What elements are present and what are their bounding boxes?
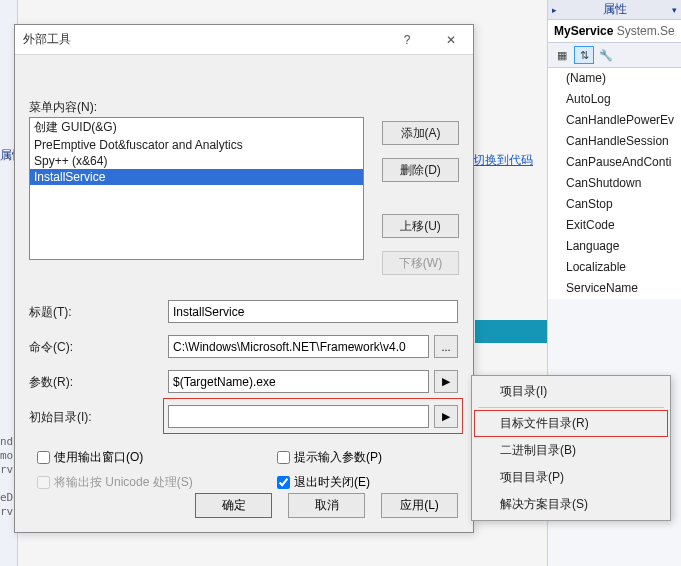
apply-button[interactable]: 应用(L) xyxy=(381,493,458,518)
ctx-item-binary-dir[interactable]: 二进制目录(B) xyxy=(474,437,668,464)
command-label: 命令(C): xyxy=(29,339,73,356)
prop-row[interactable]: Localizable xyxy=(548,257,681,278)
initdir-menu-button[interactable]: ▶ xyxy=(434,405,458,428)
help-button[interactable]: ? xyxy=(385,25,429,55)
switch-to-code-link[interactable]: 切换到代码 xyxy=(473,152,533,169)
categorized-icon[interactable]: ▦ xyxy=(552,46,572,64)
close-button[interactable]: ✕ xyxy=(429,25,473,55)
delete-button[interactable]: 删除(D) xyxy=(382,158,459,182)
close-on-exit-checkbox[interactable]: 退出时关闭(E) xyxy=(277,474,370,491)
args-menu-button[interactable]: ▶ xyxy=(434,370,458,393)
ok-button[interactable]: 确定 xyxy=(195,493,272,518)
add-button[interactable]: 添加(A) xyxy=(382,121,459,145)
events-icon[interactable]: 🔧 xyxy=(596,46,616,64)
prop-row[interactable]: ExitCode xyxy=(548,215,681,236)
initial-directory-label: 初始目录(I): xyxy=(29,409,92,426)
arguments-field[interactable] xyxy=(168,370,429,393)
browse-command-button[interactable]: ... xyxy=(434,335,458,358)
properties-object[interactable]: MyService System.Se xyxy=(548,20,681,43)
prop-row[interactable]: ServiceName xyxy=(548,278,681,299)
command-field[interactable] xyxy=(168,335,429,358)
menu-contents-listbox[interactable]: 创建 GUID(&G) PreEmptive Dot&fuscator and … xyxy=(29,117,364,260)
move-down-button: 下移(W) xyxy=(382,251,459,275)
ctx-item-solution-dir[interactable]: 解决方案目录(S) xyxy=(474,491,668,518)
prop-row[interactable]: (Name) xyxy=(548,68,681,89)
dialog-title: 外部工具 xyxy=(23,31,385,48)
directory-context-menu: 项目录(I) 目标文件目录(R) 二进制目录(B) 项目目录(P) 解决方案目录… xyxy=(471,375,671,521)
properties-header: ▸ 属性 ▾ xyxy=(548,0,681,20)
prop-row[interactable]: CanHandlePowerEv xyxy=(548,110,681,131)
unicode-output-checkbox: 将输出按 Unicode 处理(S) xyxy=(37,474,193,491)
prop-row[interactable]: CanPauseAndConti xyxy=(548,152,681,173)
list-item[interactable]: PreEmptive Dot&fuscator and Analytics xyxy=(30,137,363,153)
title-field[interactable] xyxy=(168,300,458,323)
external-tools-dialog: 外部工具 ? ✕ 菜单内容(N): 创建 GUID(&G) PreEmptive… xyxy=(14,24,474,533)
dropdown-icon[interactable]: ▾ xyxy=(672,5,677,15)
properties-toolbar: ▦ ⇅ 🔧 xyxy=(548,43,681,68)
alphabetical-icon[interactable]: ⇅ xyxy=(574,46,594,64)
dialog-titlebar[interactable]: 外部工具 ? ✕ xyxy=(15,25,473,55)
ctx-item-project-dir[interactable]: 项目录(I) xyxy=(474,378,668,405)
prop-row[interactable]: Language xyxy=(548,236,681,257)
menu-contents-label: 菜单内容(N): xyxy=(29,99,97,116)
prop-row[interactable]: CanHandleSession xyxy=(548,131,681,152)
ctx-item-target-dir[interactable]: 目标文件目录(R) xyxy=(474,410,668,437)
use-output-window-checkbox[interactable]: 使用输出窗口(O) xyxy=(37,449,143,466)
menu-separator xyxy=(478,407,664,408)
arguments-label: 参数(R): xyxy=(29,374,73,391)
prompt-for-arguments-checkbox[interactable]: 提示输入参数(P) xyxy=(277,449,382,466)
properties-grid[interactable]: (Name) AutoLog CanHandlePowerEv CanHandl… xyxy=(548,68,681,299)
prop-row[interactable]: CanStop xyxy=(548,194,681,215)
prop-row[interactable]: CanShutdown xyxy=(548,173,681,194)
properties-title: 属性 xyxy=(603,1,627,18)
arrow-icon[interactable]: ▸ xyxy=(552,5,557,15)
prop-row[interactable]: AutoLog xyxy=(548,89,681,110)
title-label: 标题(T): xyxy=(29,304,72,321)
list-item[interactable]: InstallService xyxy=(30,169,363,185)
ctx-item-project-dir2[interactable]: 项目目录(P) xyxy=(474,464,668,491)
list-item[interactable]: 创建 GUID(&G) xyxy=(30,118,363,137)
cancel-button[interactable]: 取消 xyxy=(288,493,365,518)
initial-directory-field[interactable] xyxy=(168,405,429,428)
list-item[interactable]: Spy++ (x&64) xyxy=(30,153,363,169)
move-up-button[interactable]: 上移(U) xyxy=(382,214,459,238)
